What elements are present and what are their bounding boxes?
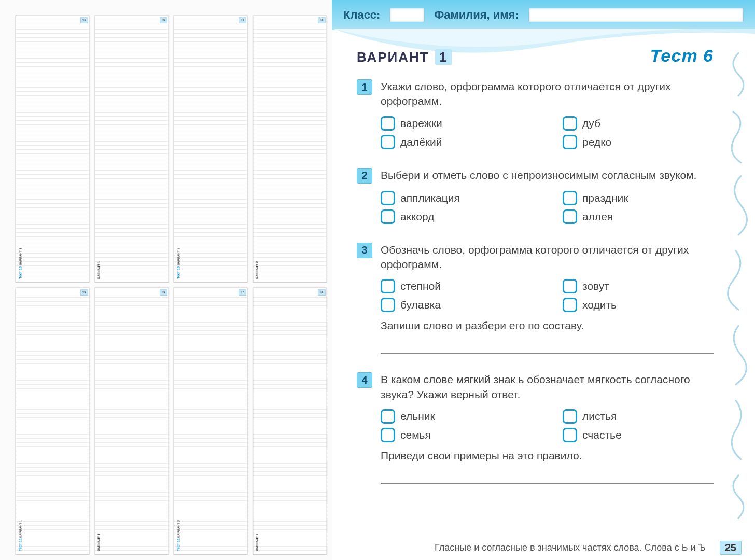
question-2: 2 Выбери и отметь слово с непроизносимым… [357, 168, 714, 224]
checkbox[interactable] [563, 116, 577, 131]
checkbox[interactable] [381, 409, 395, 424]
option-q1-4: редко [563, 135, 714, 149]
thumb-pagenum: 46 [159, 289, 167, 296]
checkbox[interactable] [381, 298, 395, 312]
option-q3-2: булавка [381, 298, 532, 312]
thumb-variant-label: ВАРИАНТ 1 [97, 261, 101, 279]
option-label: зовут [582, 280, 609, 292]
thumb-pagenum: 48 [317, 289, 325, 296]
option-label: аккорд [400, 211, 434, 223]
thumb-variant-label: ВАРИАНТ 2 [177, 248, 180, 265]
option-label: степной [400, 280, 441, 292]
option-label: редко [582, 136, 611, 148]
thumb-variant-label: ВАРИАНТ 1 [19, 248, 22, 265]
name-label: Фамилия, имя: [434, 8, 519, 22]
option-label: аппликация [400, 192, 460, 204]
option-label: листья [582, 410, 617, 423]
option-label: праздник [582, 192, 628, 204]
option-q2-3: праздник [563, 191, 714, 205]
followup-q3: Запиши слово и разбери его по составу. [381, 319, 714, 332]
footer-topic: Гласные и согласные в значимых частях сл… [357, 542, 706, 553]
thumbnail-grid: Тест 10 ВАРИАНТ 1 43 ВАРИАНТ 1 45 Тест 1… [0, 0, 332, 560]
options-q3: степной зовут булавка ходить [381, 279, 714, 312]
option-label: семья [400, 429, 431, 441]
question-number: 4 [357, 372, 372, 388]
options-q4: ельник листья семья счастье [381, 409, 714, 442]
checkbox[interactable] [563, 135, 577, 149]
thumb-pagenum: 46 [80, 289, 88, 296]
option-label: булавка [400, 299, 441, 311]
option-label: ельник [400, 410, 435, 423]
page-footer: Гласные и согласные в значимых частях сл… [332, 541, 755, 555]
option-q3-1: степной [381, 279, 532, 293]
option-label: ходить [582, 299, 617, 311]
thumb-pagenum: 48 [317, 17, 325, 23]
checkbox[interactable] [563, 428, 577, 442]
question-1: 1 Укажи слово, орфограмма которого отлич… [357, 79, 714, 149]
option-label: аллея [582, 211, 613, 223]
thumb-pagenum: 44 [239, 17, 246, 23]
thumb-variant-label: ВАРИАНТ 1 [19, 520, 22, 538]
thumb-4: ВАРИАНТ 2 48 [253, 16, 327, 283]
variant-word: ВАРИАНТ [357, 49, 429, 65]
checkbox[interactable] [381, 135, 395, 149]
checkbox[interactable] [381, 279, 395, 293]
thumb-pagenum: 45 [159, 17, 167, 23]
thumb-variant-label: ВАРИАНТ 2 [256, 534, 259, 551]
class-label: Класс: [343, 8, 380, 22]
thumb-variant-label: ВАРИАНТ 1 [97, 534, 101, 551]
question-number: 1 [357, 79, 372, 95]
answer-line-q3[interactable] [381, 341, 714, 354]
thumb-2: ВАРИАНТ 1 45 [95, 16, 169, 283]
class-input[interactable] [389, 8, 425, 22]
question-text: Обозначь слово, орфограмма которого отли… [381, 243, 714, 272]
checkbox[interactable] [381, 191, 395, 205]
thumb-3: Тест 10 ВАРИАНТ 2 44 [174, 16, 248, 283]
option-label: дуб [582, 117, 600, 130]
page-header: Класс: Фамилия, имя: [332, 0, 755, 30]
thumb-8: ВАРИАНТ 2 48 [253, 288, 327, 555]
checkbox[interactable] [563, 191, 577, 205]
thumb-pagenum: 43 [80, 17, 88, 23]
name-input[interactable] [528, 8, 744, 22]
option-label: счастье [582, 429, 622, 441]
test-heading: Тест 6 [650, 46, 714, 66]
option-q2-4: аллея [563, 209, 714, 224]
option-label: далёкий [400, 136, 442, 148]
option-q3-4: ходить [563, 298, 714, 312]
checkbox[interactable] [381, 116, 395, 131]
checkbox[interactable] [381, 209, 395, 224]
option-q4-2: семья [381, 428, 532, 442]
page-body: ВАРИАНТ 1 Тест 6 1 Укажи слово, орфограм… [332, 30, 755, 513]
checkbox[interactable] [381, 428, 395, 442]
checkbox[interactable] [563, 409, 577, 424]
options-q2: аппликация праздник аккорд аллея [381, 191, 714, 224]
thumb-6: ВАРИАНТ 1 46 [95, 288, 169, 555]
question-number: 2 [357, 168, 372, 184]
option-q4-4: счастье [563, 428, 714, 442]
variant-heading: ВАРИАНТ 1 [357, 49, 452, 65]
thumb-5: Тест 11 ВАРИАНТ 1 46 [16, 288, 90, 555]
checkbox[interactable] [563, 298, 577, 312]
question-text: Выбери и отметь слово с непроизносимым с… [381, 168, 696, 184]
thumb-test-label: Тест 10 [177, 266, 180, 279]
options-q1: варежки дуб далёкий редко [381, 116, 714, 149]
checkbox[interactable] [563, 209, 577, 224]
thumb-1: Тест 10 ВАРИАНТ 1 43 [16, 16, 90, 283]
variant-number: 1 [435, 49, 452, 65]
option-q2-2: аккорд [381, 209, 532, 224]
worksheet-page: Класс: Фамилия, имя: ВАРИАНТ 1 Тест 6 1 … [332, 0, 755, 560]
thumb-7: Тест 11 ВАРИАНТ 2 47 [174, 288, 248, 555]
checkbox[interactable] [563, 279, 577, 293]
question-3: 3 Обозначь слово, орфограмма которого от… [357, 243, 714, 354]
thumb-variant-label: ВАРИАНТ 2 [256, 261, 259, 279]
option-q3-3: зовут [563, 279, 714, 293]
option-q1-2: далёкий [381, 135, 532, 149]
question-number: 3 [357, 243, 372, 258]
option-label: варежки [400, 117, 442, 130]
thumb-variant-label: ВАРИАНТ 2 [177, 520, 180, 538]
thumb-test-label: Тест 11 [177, 538, 180, 551]
answer-line-q4[interactable] [381, 471, 714, 484]
option-q1-1: варежки [381, 116, 532, 131]
question-text: Укажи слово, орфограмма которого отличае… [381, 79, 714, 109]
